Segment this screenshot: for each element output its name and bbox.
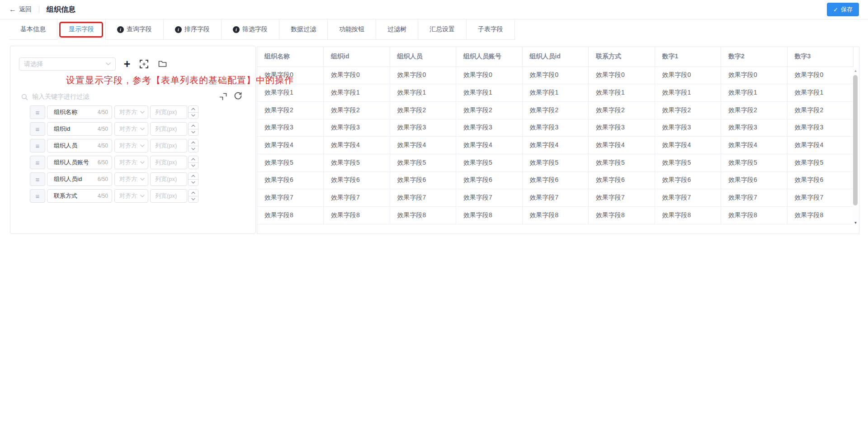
chevron-down-icon [191, 164, 195, 167]
stepper-up-button[interactable] [189, 156, 198, 163]
field-name-input[interactable]: 组织人员 4/50 [47, 139, 112, 152]
align-select[interactable]: 对齐方式 [114, 139, 148, 152]
field-type-select[interactable]: 请选择 [19, 57, 116, 71]
table-cell: 效果字段8 [522, 207, 589, 224]
column-header: 组织人员 [390, 47, 456, 67]
table-cell: 效果字段8 [589, 207, 655, 224]
table-cell: 效果字段7 [390, 189, 456, 207]
table-cell: 效果字段6 [721, 172, 788, 189]
stepper-down-button[interactable] [189, 129, 198, 136]
field-row: ≡ 组织id 4/50 对齐方式 列宽(px) [30, 122, 208, 136]
table-cell: 效果字段8 [655, 207, 721, 224]
drag-handle-icon: ≡ [36, 109, 40, 116]
field-count: 4/50 [98, 143, 108, 149]
tab-过滤树[interactable]: 过滤树 [376, 19, 418, 40]
stepper-down-button[interactable] [189, 180, 198, 186]
table-cell: 效果字段3 [257, 119, 324, 137]
table-cell: 效果字段2 [721, 101, 788, 119]
field-name-input[interactable]: 联系方式 4/50 [47, 189, 112, 203]
drag-handle-icon: ≡ [36, 176, 40, 183]
column-width-input[interactable]: 列宽(px) [150, 172, 187, 186]
table-row: 效果字段2效果字段2效果字段2效果字段2效果字段2效果字段2效果字段2效果字段2… [257, 101, 854, 119]
table-scrollbar[interactable]: ▲ ▼ [853, 67, 859, 226]
stepper-down-button[interactable] [189, 146, 198, 152]
table-cell: 效果字段3 [589, 119, 655, 137]
table-cell: 效果字段3 [522, 119, 589, 137]
tab-基本信息[interactable]: 基本信息 [9, 19, 57, 40]
stepper-down-button[interactable] [189, 196, 198, 203]
drag-handle[interactable]: ≡ [30, 105, 45, 119]
refresh-button[interactable] [233, 91, 243, 100]
save-button[interactable]: ✓ 保存 [827, 3, 859, 16]
add-field-button[interactable]: + [120, 57, 134, 71]
align-select[interactable]: 对齐方式 [114, 189, 148, 203]
field-row: ≡ 组织人员id 6/50 对齐方式 列宽(px) [30, 172, 208, 186]
tab-label: 功能按钮 [339, 25, 364, 33]
chevron-down-icon [140, 161, 145, 164]
table-cell: 效果字段5 [456, 154, 523, 172]
drag-handle[interactable]: ≡ [30, 172, 45, 186]
collapse-all-button[interactable] [218, 92, 227, 101]
field-name-input[interactable]: 组织人员账号 6/50 [47, 156, 112, 169]
column-header: 数字2 [721, 47, 788, 67]
plus-icon: + [124, 57, 131, 71]
table-cell: 效果字段3 [324, 119, 390, 137]
chevron-up-icon [191, 124, 195, 127]
drag-handle[interactable]: ≡ [30, 122, 45, 136]
back-label: 返回 [19, 5, 32, 14]
stepper-up-button[interactable] [189, 139, 198, 146]
column-width-input[interactable]: 列宽(px) [150, 189, 187, 203]
batch-add-button[interactable]: + [140, 60, 148, 68]
drag-handle[interactable]: ≡ [30, 139, 45, 152]
table-cell: 效果字段8 [721, 207, 788, 224]
align-select-placeholder: 对齐方式 [119, 175, 137, 183]
align-select[interactable]: 对齐方式 [114, 122, 148, 136]
tab-数据过滤[interactable]: 数据过滤 [279, 19, 328, 40]
group-button[interactable] [158, 60, 167, 68]
table-cell: 效果字段8 [324, 207, 390, 224]
stepper-up-button[interactable] [189, 173, 198, 180]
back-button[interactable]: ← 返回 [9, 5, 32, 14]
align-select[interactable]: 对齐方式 [114, 105, 148, 119]
column-width-input[interactable]: 列宽(px) [150, 139, 187, 152]
scroll-up-arrow[interactable]: ▲ [853, 67, 859, 74]
align-select[interactable]: 对齐方式 [114, 156, 148, 169]
tab-查询字段[interactable]: i查询字段 [106, 19, 164, 40]
field-row: ≡ 组织人员账号 6/50 对齐方式 列宽(px) [30, 156, 208, 169]
table-cell: 效果字段7 [787, 189, 854, 207]
table-cell: 效果字段8 [390, 207, 456, 224]
field-name-value: 组织名称 [54, 108, 77, 116]
stepper-up-button[interactable] [189, 190, 198, 196]
column-width-input[interactable]: 列宽(px) [150, 105, 187, 119]
table-cell: 效果字段2 [390, 101, 456, 119]
field-name-input[interactable]: 组织人员id 6/50 [47, 172, 112, 186]
drag-handle[interactable]: ≡ [30, 189, 45, 203]
stepper-down-button[interactable] [189, 113, 198, 119]
drag-handle[interactable]: ≡ [30, 156, 45, 169]
field-name-input[interactable]: 组织名称 4/50 [47, 105, 112, 119]
column-width-input[interactable]: 列宽(px) [150, 156, 187, 169]
scrollbar-thumb[interactable] [853, 75, 858, 205]
column-width-input[interactable]: 列宽(px) [150, 122, 187, 136]
stepper-up-button[interactable] [189, 106, 198, 113]
chevron-down-icon [140, 178, 145, 181]
column-width-placeholder: 列宽(px) [155, 125, 177, 133]
chevron-down-icon [106, 62, 111, 66]
table-cell: 效果字段4 [324, 137, 390, 154]
field-search[interactable]: 输入关键字进行过滤 [21, 90, 211, 104]
tab-label: 子表字段 [478, 25, 503, 33]
tab-筛选字段[interactable]: i筛选字段 [222, 19, 279, 40]
chevron-down-icon [140, 128, 145, 130]
align-select[interactable]: 对齐方式 [114, 172, 148, 186]
stepper-down-button[interactable] [189, 163, 198, 169]
stepper-up-button[interactable] [189, 123, 198, 129]
tab-子表字段[interactable]: 子表字段 [467, 19, 515, 40]
tab-汇总设置[interactable]: 汇总设置 [418, 19, 467, 40]
tab-功能按钮[interactable]: 功能按钮 [328, 19, 376, 40]
scroll-down-arrow[interactable]: ▼ [853, 219, 859, 226]
tab-显示字段[interactable]: 显示字段 [57, 19, 106, 40]
field-name-input[interactable]: 组织id 4/50 [47, 122, 112, 136]
table-row: 效果字段8效果字段8效果字段8效果字段8效果字段8效果字段8效果字段8效果字段8… [257, 207, 854, 224]
column-header: 联系方式 [589, 47, 655, 67]
tab-排序字段[interactable]: i排序字段 [164, 19, 222, 40]
